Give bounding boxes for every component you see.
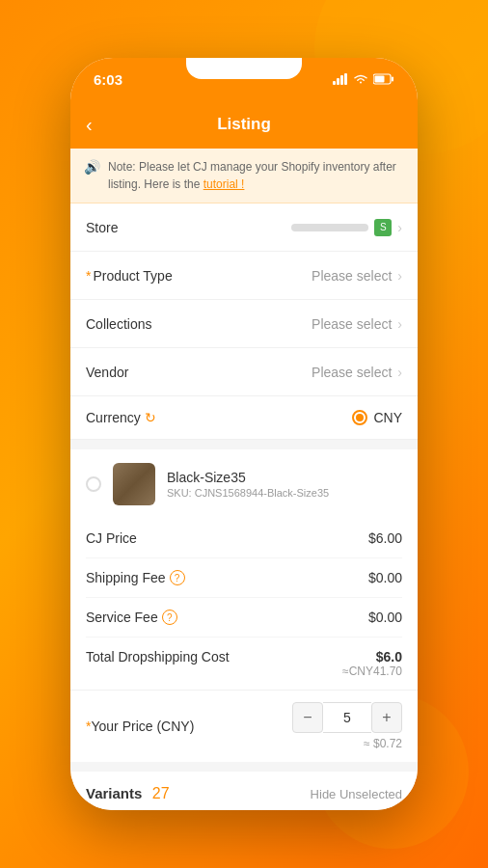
vendor-value: Please select ›	[312, 365, 402, 380]
collections-label: Collections	[86, 316, 151, 332]
currency-text: CNY	[373, 410, 402, 425]
variant-info: Black-Size35 SKU: CJNS1568944-Black-Size…	[167, 470, 402, 499]
total-main: $6.0	[342, 649, 402, 665]
collections-value: Please select ›	[312, 316, 402, 332]
variant-img-inner	[113, 463, 155, 505]
total-row: Total Dropshipping Cost $6.0 ≈CNY41.70	[86, 637, 402, 690]
service-info-icon[interactable]: ?	[162, 610, 177, 625]
currency-value: CNY	[352, 410, 402, 425]
variant-name: Black-Size35	[167, 470, 402, 485]
status-time: 6:03	[94, 71, 122, 88]
price-usd-equiv: ≈ $0.72	[364, 737, 402, 750]
variant-section: Black-Size35 SKU: CJNS1568944-Black-Size…	[70, 449, 418, 519]
currency-radio[interactable]	[352, 410, 367, 425]
cj-price-value: $6.00	[368, 530, 402, 546]
wifi-icon	[353, 73, 368, 85]
increment-button[interactable]: +	[371, 702, 402, 733]
chevron-right-icon: ›	[397, 316, 402, 332]
page-title: Listing	[217, 115, 271, 134]
store-dots	[291, 224, 368, 231]
variants-title: Variants	[86, 785, 142, 801]
back-button[interactable]: ‹	[86, 114, 93, 136]
shipping-fee-row: Shipping Fee ? $0.00	[86, 558, 402, 598]
product-type-row[interactable]: Product Type Please select ›	[70, 252, 418, 300]
svg-rect-6	[375, 76, 385, 83]
service-fee-value: $0.00	[368, 610, 402, 625]
shopify-icon: S	[374, 219, 392, 236]
variant-image	[113, 463, 155, 505]
currency-label: Currency ↻	[86, 410, 156, 425]
shipping-fee-label: Shipping Fee ?	[86, 570, 185, 585]
store-label: Store	[86, 220, 118, 235]
price-value[interactable]: 5	[323, 702, 371, 733]
your-price-label: Your Price (CNY)	[86, 719, 194, 734]
cj-price-label: CJ Price	[86, 530, 137, 546]
currency-row[interactable]: Currency ↻ CNY	[70, 396, 418, 440]
service-fee-row: Service Fee ? $0.00	[86, 598, 402, 637]
total-label: Total Dropshipping Cost	[86, 649, 230, 665]
store-value: S ›	[291, 219, 402, 236]
cj-price-row: CJ Price $6.00	[86, 519, 402, 558]
collections-row[interactable]: Collections Please select ›	[70, 300, 418, 348]
shipping-info-icon[interactable]: ?	[170, 570, 185, 585]
refresh-icon[interactable]: ↻	[145, 410, 156, 425]
notice-icon: 🔊	[84, 159, 100, 175]
svg-rect-0	[333, 81, 336, 85]
variant-radio[interactable]	[86, 476, 101, 492]
service-fee-label: Service Fee ?	[86, 610, 177, 625]
shipping-fee-value: $0.00	[368, 570, 402, 585]
battery-icon	[373, 73, 394, 85]
total-values: $6.0 ≈CNY41.70	[342, 649, 402, 678]
your-price-wrapper: − 5 + ≈ $0.72	[292, 702, 402, 750]
price-stepper: − 5 +	[292, 702, 402, 733]
svg-rect-3	[344, 73, 347, 85]
variants-header: Variants 27 Hide Unselected	[70, 772, 418, 810]
your-price-section: Your Price (CNY) − 5 + ≈ $0.72	[70, 690, 418, 762]
content-area: 🔊 Note: Please let CJ manage your Shopif…	[70, 149, 418, 810]
app-header: ‹ Listing	[70, 100, 418, 149]
product-type-value: Please select ›	[312, 268, 402, 284]
decrement-button[interactable]: −	[292, 702, 323, 733]
total-sub: ≈CNY41.70	[342, 665, 402, 678]
variants-count: 27	[152, 785, 170, 801]
form-section: Store S › Product Type Please select › C…	[70, 203, 418, 440]
variants-title-wrapper: Variants 27	[86, 785, 170, 802]
svg-rect-2	[340, 75, 343, 85]
product-type-label: Product Type	[86, 268, 173, 284]
variant-item: Black-Size35 SKU: CJNS1568944-Black-Size…	[86, 463, 402, 505]
tutorial-link[interactable]: tutorial !	[203, 177, 245, 191]
price-section: CJ Price $6.00 Shipping Fee ? $0.00 Serv…	[70, 519, 418, 690]
radio-dot	[356, 414, 364, 421]
variant-sku: SKU: CJNS1568944-Black-Size35	[167, 487, 402, 499]
hide-unselected-label[interactable]: Hide Unselected	[311, 787, 402, 801]
store-row[interactable]: Store S ›	[70, 203, 418, 252]
notice-text: Note: Please let CJ manage your Shopify …	[108, 158, 404, 193]
vendor-label: Vendor	[86, 365, 128, 380]
chevron-right-icon: ›	[397, 268, 402, 284]
vendor-row[interactable]: Vendor Please select ›	[70, 348, 418, 396]
svg-rect-5	[392, 77, 393, 82]
chevron-right-icon: ›	[397, 365, 402, 380]
chevron-right-icon: ›	[397, 220, 402, 235]
signal-icon	[333, 73, 348, 85]
notice-bar: 🔊 Note: Please let CJ manage your Shopif…	[70, 149, 418, 203]
svg-rect-1	[337, 78, 339, 85]
